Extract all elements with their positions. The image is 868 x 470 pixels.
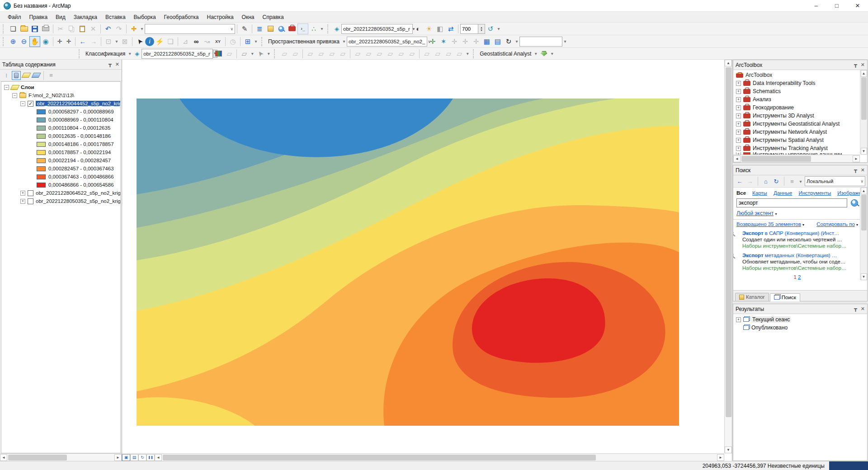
extent-filter-link[interactable]: Любой экстент	[736, 210, 774, 216]
refresh-view-button[interactable]: ↻	[138, 454, 146, 461]
session-label[interactable]: Текущий сеанс	[751, 316, 791, 323]
map-vertical-scrollbar[interactable]: ▲ ▼	[724, 60, 732, 453]
tab-search[interactable]: Поиск	[770, 293, 800, 301]
menu-customize[interactable]: Настройка	[203, 13, 238, 22]
scroll-up-icon[interactable]: ▲	[725, 60, 732, 66]
back-button[interactable]: ←	[735, 177, 744, 186]
identify-tool[interactable]: i	[145, 37, 154, 46]
delete-link-tool[interactable]: ✛	[471, 36, 481, 47]
effects-toolbar-grip[interactable]	[327, 24, 330, 33]
menu-bookmarks[interactable]: Закладка	[70, 13, 101, 22]
toc-active-layer[interactable]: − ✓ obr_20221229044452_s5p_no2_krigi	[1, 99, 120, 108]
select-link-tool[interactable]: ✛	[449, 36, 460, 47]
select-graphics-tool[interactable]: ➤	[253, 46, 268, 61]
pin-icon[interactable]: ┳	[108, 61, 112, 67]
sort-by-link[interactable]: Сортировать по	[816, 221, 855, 227]
full-extent-button[interactable]: ◉	[40, 36, 51, 47]
select-features-tool[interactable]: ⊡	[103, 36, 114, 47]
expand-icon[interactable]: +	[736, 138, 741, 143]
save-button[interactable]	[29, 24, 40, 34]
fixed-zoom-in-button[interactable]: ✛	[55, 37, 64, 46]
toolbar-overflow[interactable]: ▾	[465, 51, 470, 56]
pin-icon[interactable]: ┳	[854, 167, 857, 173]
scroll-up-icon[interactable]: ▲	[861, 188, 867, 194]
toolbox-item[interactable]: +Инструменты Network Analyst	[733, 128, 860, 136]
clear-selection-button[interactable]: ⊠	[119, 36, 130, 47]
tab-tools[interactable]: Инструменты	[798, 190, 831, 196]
georeferencing-menu-arrow[interactable]: ▾	[341, 39, 347, 44]
arctoolbox-root[interactable]: ArcToolbox	[733, 71, 860, 79]
draw-polygon-tool[interactable]: ▱	[239, 48, 250, 59]
rotate-dropdown[interactable]: ▾	[514, 39, 519, 44]
list-by-source-button[interactable]	[12, 71, 21, 80]
modelbuilder-button[interactable]: ∴	[308, 24, 319, 34]
result-title-bold[interactable]: Экспорт	[742, 230, 764, 236]
index-options-button[interactable]: ≡	[788, 177, 797, 186]
close-icon[interactable]: ✕	[115, 61, 119, 67]
expand-icon[interactable]: +	[736, 97, 741, 102]
layer-label[interactable]: obr_20221228064522_s5p_no2_krigi	[36, 190, 121, 196]
measure-tool[interactable]: ⊿	[180, 36, 191, 47]
viewer-window-button[interactable]: ⊞	[242, 36, 253, 47]
scroll-thumb[interactable]	[726, 67, 731, 417]
toolbox-item[interactable]: +Геокодирование	[733, 103, 860, 112]
paste-button[interactable]	[77, 24, 88, 34]
zoom-out-tool[interactable]: ⊖	[19, 36, 29, 47]
geostatistical-menu-arrow[interactable]: ▾	[533, 51, 538, 56]
html-popup-tool[interactable]: ❏	[165, 36, 176, 47]
scroll-thumb[interactable]	[861, 195, 867, 230]
select-rectangle-icon[interactable]: ▱	[279, 48, 290, 59]
select-lasso-icon[interactable]: ▱	[290, 48, 301, 59]
layer-label[interactable]: obr_20221228050352_s5p_no2_krigi	[36, 198, 121, 204]
menu-insert[interactable]: Вставка	[101, 13, 130, 22]
align-center-icon[interactable]: ▱	[363, 48, 374, 59]
flicker-rate-spinner[interactable]: ▲▼	[460, 24, 485, 34]
expand-icon[interactable]: +	[20, 191, 25, 196]
minimize-button[interactable]: –	[806, 0, 826, 11]
toolbox-item[interactable]: +Инструменты Geostatistical Analyst	[733, 120, 860, 128]
distribute-horizontal-icon[interactable]: ▱	[421, 48, 432, 59]
search-scope-combo[interactable]: Локальный ∨	[805, 176, 865, 186]
map-scale-combo[interactable]: ∨	[145, 24, 235, 34]
cut-button[interactable]: ✂	[55, 24, 66, 34]
results-current-session[interactable]: + Текущий сеанс	[733, 315, 867, 324]
kriging-raster[interactable]	[137, 99, 679, 426]
view-link-table-button[interactable]: ▦	[481, 36, 492, 47]
zoom-in-tool[interactable]: ⊕	[8, 36, 19, 47]
histogram-button[interactable]: ▱	[224, 48, 235, 59]
forward-button[interactable]: →	[745, 177, 755, 186]
scroll-left-icon[interactable]: ◄	[0, 454, 7, 461]
go-to-xy-tool[interactable]: XY	[212, 36, 223, 47]
home-button[interactable]: ⌂	[761, 177, 770, 186]
page-link[interactable]: 2	[798, 274, 801, 280]
toolbar-overflow[interactable]: ▾	[562, 39, 568, 44]
orbit-button[interactable]: ↺	[485, 24, 496, 34]
scroll-left-icon[interactable]: ◄	[733, 155, 741, 162]
search-result-item[interactable]: T Экспорт метаданных (Конвертация) … Обн…	[736, 252, 858, 271]
list-by-drawing-order-button[interactable]: ⁝	[2, 71, 11, 80]
menu-edit[interactable]: Правка	[25, 13, 52, 22]
align-bottom-icon[interactable]: ▱	[406, 48, 417, 59]
delete-button[interactable]: ✕	[88, 24, 99, 34]
chevron-down-icon[interactable]: ▾	[775, 212, 777, 216]
georeferencing-layer-combo[interactable]: obr_20221228050352_s5p_no2_ ∨	[347, 37, 427, 47]
add-control-points-tool[interactable]: ✛	[427, 36, 438, 47]
toolbox-item[interactable]: +Инструменты Tracking Analyst	[733, 144, 860, 152]
shared-label[interactable]: Опубликовано	[751, 324, 788, 331]
align-middle-icon[interactable]: ▱	[396, 48, 406, 59]
scroll-down-icon[interactable]: ▼	[861, 148, 867, 155]
catalog-window-button[interactable]	[265, 24, 276, 34]
toolbox-item[interactable]: +Data Interoperability Tools	[733, 79, 860, 87]
data-view-button[interactable]: ▣	[122, 454, 130, 461]
search-vertical-scrollbar[interactable]: ▲ ▼	[860, 188, 867, 280]
distribute-vertical-icon[interactable]: ▱	[432, 48, 443, 59]
toolbox-item[interactable]: +Анализ	[733, 95, 860, 103]
close-icon[interactable]: ✕	[861, 167, 865, 173]
options-dropdown[interactable]: ▾	[798, 179, 803, 184]
maximize-button[interactable]: □	[826, 0, 847, 11]
flicker-rate-input[interactable]	[460, 24, 478, 34]
zoom-to-link-tool[interactable]: ✛	[460, 36, 471, 47]
rotate-graphic-icon[interactable]: ▱	[443, 48, 454, 59]
copy-button[interactable]	[66, 24, 77, 34]
toc-horizontal-scrollbar[interactable]: ◄ ►	[0, 453, 122, 461]
